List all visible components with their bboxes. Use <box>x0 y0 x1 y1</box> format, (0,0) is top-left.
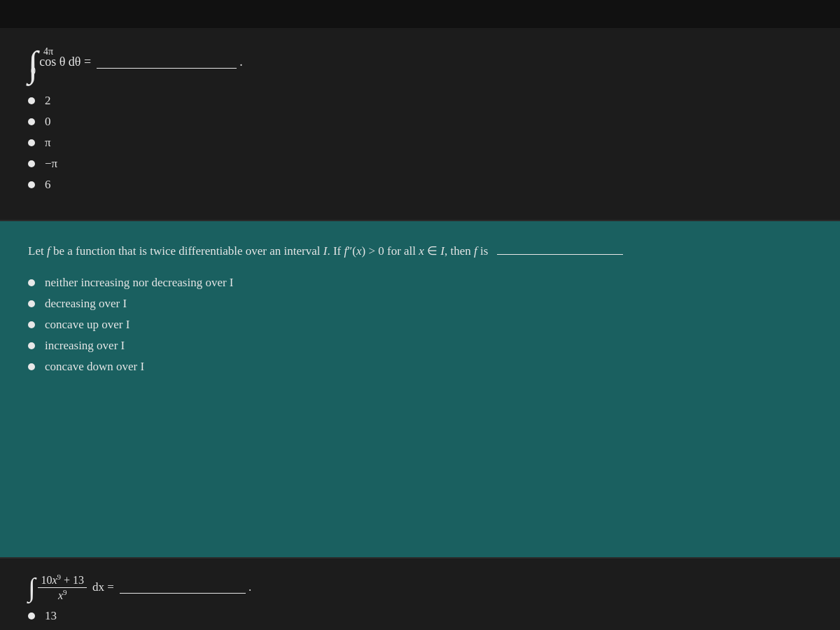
radio-1-0 <box>28 118 35 125</box>
question-3-block: ∫ 10x9 + 13 x9 dx = . 13 <box>0 557 840 630</box>
option-label-3-first: 13 <box>45 609 57 623</box>
option-label-2-concave-up: concave up over I <box>45 318 130 332</box>
integral-expression-1: cos θ dθ = . <box>39 55 242 69</box>
answer-blank-1[interactable] <box>97 56 237 69</box>
option-label-2-decreasing: decreasing over I <box>45 297 127 311</box>
radio-2-concave-up <box>28 321 35 328</box>
option-1-6[interactable]: 6 <box>28 178 812 192</box>
option-2-concave-down[interactable]: concave down over I <box>28 360 812 374</box>
option-label-2-neither: neither increasing nor decreasing over I <box>45 276 234 290</box>
radio-2-concave-down <box>28 363 35 370</box>
option-label-2-concave-down: concave down over I <box>45 360 144 374</box>
option-2-concave-up[interactable]: concave up over I <box>28 318 812 332</box>
dx-label-3: dx = <box>92 580 114 594</box>
option-2-neither[interactable]: neither increasing nor decreasing over I <box>28 276 812 290</box>
upper-bound-1: 4π <box>43 46 53 57</box>
radio-1-pi <box>28 139 35 146</box>
radio-2-decreasing <box>28 300 35 307</box>
integral-symbol-3: ∫ <box>28 576 35 598</box>
radio-3-first <box>28 612 35 620</box>
option-label-1-0: 0 <box>45 115 51 129</box>
integral-symbol-1: ∫ <box>28 44 38 84</box>
fraction-3: 10x9 + 13 x9 <box>38 573 87 602</box>
question-1-options: 2 0 π −π 6 <box>28 94 812 192</box>
period-1: . <box>239 55 243 69</box>
option-3-first[interactable]: 13 <box>28 609 812 623</box>
fraction-numerator-3: 10x9 + 13 <box>38 573 87 587</box>
option-label-1-6: 6 <box>45 178 51 192</box>
radio-2-increasing <box>28 342 35 349</box>
option-2-decreasing[interactable]: decreasing over I <box>28 297 812 311</box>
radio-1-2 <box>28 97 35 104</box>
option-1-2[interactable]: 2 <box>28 94 812 108</box>
answer-blank-2[interactable] <box>497 242 623 255</box>
question-2-block: Let f be a function that is twice differ… <box>0 221 840 557</box>
top-bar <box>0 0 840 28</box>
option-1-negpi[interactable]: −π <box>28 157 812 171</box>
lower-bound-1: 0 <box>31 66 36 77</box>
option-label-2-increasing: increasing over I <box>45 339 125 353</box>
answer-blank-3[interactable] <box>120 581 246 594</box>
option-label-1-negpi: −π <box>45 157 57 171</box>
option-label-1-2: 2 <box>45 94 51 108</box>
option-1-0[interactable]: 0 <box>28 115 812 129</box>
question-1-integral: ∫ 4π 0 cos θ dθ = . <box>28 49 812 80</box>
question-2-options: neither increasing nor decreasing over I… <box>28 276 812 374</box>
radio-1-negpi <box>28 160 35 167</box>
radio-1-6 <box>28 181 35 188</box>
question-1-block: ∫ 4π 0 cos θ dθ = . 2 0 π −π <box>0 28 840 221</box>
fraction-denominator-3: x9 <box>55 588 70 602</box>
option-1-pi[interactable]: π <box>28 136 812 150</box>
period-3: . <box>248 580 251 594</box>
radio-2-neither <box>28 279 35 286</box>
option-2-increasing[interactable]: increasing over I <box>28 339 812 353</box>
option-label-1-pi: π <box>45 136 51 150</box>
question-2-text: Let f be a function that is twice differ… <box>28 242 812 260</box>
